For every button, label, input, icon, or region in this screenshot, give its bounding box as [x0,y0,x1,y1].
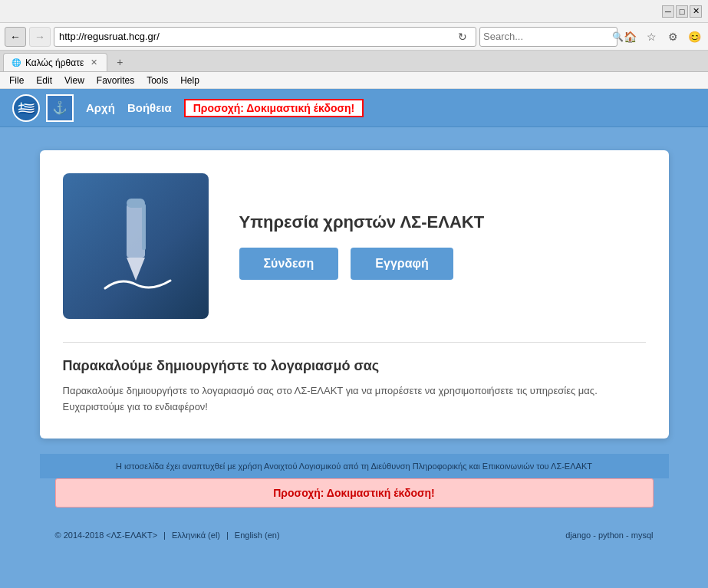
address-bar[interactable]: ↻ [54,27,476,47]
tab-favicon: 🌐 [12,58,21,67]
register-button[interactable]: Εγγραφή [351,248,453,280]
app-icon-svg [86,196,186,296]
footer-lang-en[interactable]: English (en) [235,531,280,540]
maximize-button[interactable]: □ [676,5,688,18]
close-button[interactable]: ✕ [690,5,702,18]
svg-rect-3 [127,199,145,208]
emoji-icon[interactable]: 😊 [685,28,703,46]
menu-help[interactable]: Help [174,72,206,89]
main-content: Υπηρεσία χρηστών ΛΣ-ΕΛΑΚΤ Σύνδεση Εγγραφ… [0,127,708,570]
address-input[interactable] [59,31,454,42]
tab-close-button[interactable]: ✕ [88,57,99,68]
toolbar-icons: 🏠 ☆ ⚙ 😊 [621,28,703,46]
site-nav: 🇬🇷 ⚓ Αρχή Βοήθεια Προσοχή: Δοκιμαστική έ… [0,89,708,127]
footer-section: Η ιστοσελίδα έχει αναπτυχθεί με χρήση Αν… [40,454,669,508]
browser-toolbar: ← → ↻ 🔍 🏠 ☆ ⚙ 😊 [0,23,708,51]
menu-file[interactable]: File [3,72,30,89]
page: 🇬🇷 ⚓ Αρχή Βοήθεια Προσοχή: Δοκιμαστική έ… [0,89,708,588]
card-info: Υπηρεσία χρηστών ΛΣ-ΕΛΑΚΤ Σύνδεση Εγγραφ… [239,212,646,280]
nav-help[interactable]: Βοήθεια [127,101,172,114]
footer-tech-label: django - python - mysql [565,531,653,540]
tab-bar: 🌐 Καλώς ήρθατε ✕ + [0,51,708,72]
browser-tab[interactable]: 🌐 Καλώς ήρθατε ✕ [3,53,107,71]
site-logo: 🇬🇷 ⚓ [12,94,74,122]
footer-tech: django - python - mysql [565,531,653,540]
footer-separator1: | [163,531,166,540]
footer-warning: Προσοχή: Δοκιμαστική έκδοση! [55,478,654,508]
footer-separator2: | [226,531,229,540]
nav-warning: Προσοχή: Δοκιμαστική έκδοση! [184,99,364,117]
menu-bar: File Edit View Favorites Tools Help [0,72,708,89]
login-button[interactable]: Σύνδεση [239,248,339,280]
anchor-icon: ⚓ [52,100,68,115]
footer-copyright: © 2014-2018 <ΛΣ-ΕΛΑΚΤ> [55,531,158,540]
svg-marker-2 [127,258,145,281]
card-text: Παρακαλούμε δημιουργήστε το λογαριασμό σ… [63,383,646,416]
search-box[interactable]: 🔍 [479,27,617,47]
menu-edit[interactable]: Edit [30,72,58,89]
card-buttons: Σύνδεση Εγγραφή [239,248,453,280]
back-button[interactable]: ← [5,27,26,47]
settings-icon[interactable]: ⚙ [664,28,682,46]
anchor-logo: ⚓ [46,94,74,122]
greece-logo: 🇬🇷 [12,94,40,122]
footer-info: Η ιστοσελίδα έχει αναπτυχθεί με χρήση Αν… [40,454,669,478]
main-card: Υπηρεσία χρηστών ΛΣ-ΕΛΑΚΤ Σύνδεση Εγγραφ… [40,150,669,439]
forward-button[interactable]: → [29,27,51,47]
menu-favorites[interactable]: Favorites [91,72,140,89]
home-icon[interactable]: 🏠 [621,28,639,46]
tab-label: Καλώς ήρθατε [25,57,84,68]
menu-view[interactable]: View [58,72,91,89]
greece-flag-icon: 🇬🇷 [18,100,35,117]
menu-tools[interactable]: Tools [140,72,174,89]
app-icon [63,173,209,319]
refresh-button[interactable]: ↻ [454,27,471,47]
card-bottom: Παρακαλούμε δημιουργήστε το λογαριασμό σ… [63,343,646,416]
browser-titlebar: ─ □ ✕ [0,0,708,23]
search-input[interactable] [483,31,612,42]
footer-copyright-area: © 2014-2018 <ΛΣ-ΕΛΑΚΤ> | Ελληνικά (el) |… [55,531,280,540]
star-icon[interactable]: ☆ [642,28,660,46]
svg-rect-1 [142,204,146,250]
footer-lang-el[interactable]: Ελληνικά (el) [172,531,220,540]
card-title: Υπηρεσία χρηστών ΛΣ-ΕΛΑΚΤ [239,212,485,232]
new-tab-button[interactable]: + [110,53,129,71]
nav-home[interactable]: Αρχή [86,101,115,114]
card-top: Υπηρεσία χρηστών ΛΣ-ΕΛΑΚΤ Σύνδεση Εγγραφ… [63,173,646,319]
card-subtitle: Παρακαλούμε δημιουργήστε το λογαριασμό σ… [63,358,646,374]
footer-bottom: © 2014-2018 <ΛΣ-ΕΛΑΚΤ> | Ελληνικά (el) |… [40,523,669,547]
minimize-button[interactable]: ─ [662,5,674,18]
